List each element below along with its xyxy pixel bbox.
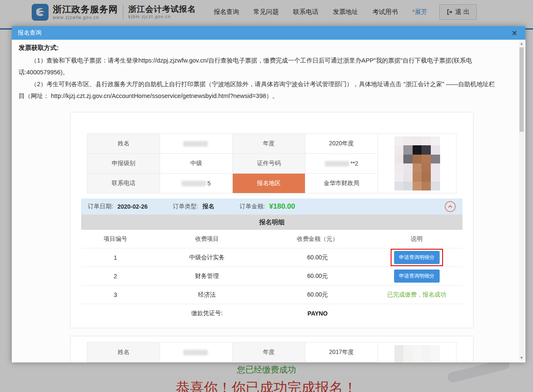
page: 浙江政务服务网 www.zjzwfw.gov.cn 浙江会计考试报名 kjbm.… — [0, 0, 533, 392]
modal-titlebar: 报名查询 × — [12, 26, 525, 40]
id-label: 证件号码 — [233, 154, 305, 174]
order-amount-value: ¥180.00 — [269, 202, 295, 211]
payno-label: 缴款凭证号: — [150, 304, 264, 323]
name-label: 姓名 — [87, 134, 160, 154]
order-amount-label: 订单金额: — [239, 203, 265, 210]
order-type-label: 订单类型: — [173, 203, 199, 210]
year-value: 2020年度 — [305, 134, 378, 154]
row-action: 申请查询明细分 — [371, 267, 462, 286]
col-header-fee-amount: 收费金额（元） — [264, 230, 371, 248]
phone-value: 5 — [160, 174, 233, 193]
invoice-notice-heading: 发票获取方式: — [19, 44, 511, 52]
payno-value: PAYNO — [264, 304, 371, 323]
level-value: 中级 — [160, 154, 233, 174]
name-label: 姓名 — [87, 343, 160, 362]
fee-detail-table: 项目编号 收费项目 收费金额（元） 说明 1 中级会计实务 60.00元 申请查… — [81, 230, 462, 323]
year-value: 2017年度 — [305, 343, 378, 362]
order-date-value: 2020-02-26 — [117, 203, 148, 210]
highlight-red-box: 申请查询明细分 — [391, 249, 443, 266]
row-fee: 60.00元 — [264, 248, 371, 267]
row-no: 3 — [81, 286, 150, 304]
col-header-fee-item: 收费项目 — [150, 230, 264, 248]
order-type-value: 报名 — [202, 203, 214, 210]
registration-query-modal: 报名查询 × 发票获取方式: （1）查验和下载电子票据：请考生登录https:/… — [12, 26, 525, 362]
modal-scrollbar[interactable]: ▲ ▼ — [519, 41, 524, 361]
row-item: 经济法 — [150, 286, 264, 304]
applicant-photo-cell — [378, 134, 457, 193]
year-label: 年度 — [233, 134, 305, 154]
collapse-chevron-icon[interactable] — [445, 201, 456, 212]
row-item: 中级会计实务 — [150, 248, 264, 267]
modal-title: 报名查询 — [18, 29, 41, 37]
scrollbar-down-arrow-icon[interactable]: ▼ — [519, 355, 524, 361]
id-value: **2 — [305, 154, 378, 174]
phone-label: 联系电话 — [87, 174, 160, 193]
applicant-info-table: 姓名 年度 2020年度 申报级别 中级 证件号码 **2 联系电话 5 报名地… — [87, 133, 457, 193]
row-fee: 60.00元 — [264, 286, 371, 304]
order-record-card-2017: 姓名 年度 2017年度 申报级别 初级 证件号码 ***2 — [70, 336, 473, 362]
row-item: 财务管理 — [150, 267, 264, 286]
row-status: 已完成缴费，报名成功 — [371, 286, 462, 304]
region-label: 报名地区 — [233, 174, 305, 193]
region-value: 金华市财政局 — [305, 174, 378, 193]
col-header-remark: 说明 — [371, 230, 462, 248]
detail-section-title: 报名明细 — [81, 215, 462, 230]
invoice-notice-paragraph-1: （1）查验和下载电子票据：请考生登录https://dzpj.zjzwfw.go… — [19, 54, 496, 78]
applicant-photo-cell-2 — [378, 343, 457, 362]
order-date-label: 订单日期: — [88, 203, 113, 210]
applicant-photo — [394, 136, 440, 191]
modal-body: 发票获取方式: （1）查验和下载电子票据：请考生登录https://dzpj.z… — [12, 40, 525, 362]
col-header-item-no: 项目编号 — [81, 230, 150, 248]
row-fee: 60.00元 — [264, 267, 371, 286]
year-label: 年度 — [233, 343, 305, 362]
close-icon[interactable]: × — [509, 29, 519, 37]
apply-query-detail-button-1[interactable]: 申请查询明细分 — [394, 251, 440, 264]
applicant-photo-2 — [394, 345, 440, 362]
level-label: 申报级别 — [87, 154, 160, 174]
row-action: 申请查询明细分 — [371, 248, 462, 267]
applicant-info-table-2: 姓名 年度 2017年度 申报级别 初级 证件号码 ***2 — [87, 342, 457, 362]
name-value — [160, 343, 233, 362]
row-no: 1 — [81, 248, 150, 267]
scrollbar-thumb[interactable] — [519, 47, 524, 132]
order-summary-bar: 订单日期: 2020-02-26 订单类型: 报名 订单金额: ¥180.00 — [81, 199, 462, 215]
row-no: 2 — [81, 267, 150, 286]
invoice-notice-paragraph-2: （2）考生可到各市区、县行政服务大厅的自助机上自行打印票据（宁波地区除外，请具体… — [19, 78, 496, 102]
order-record-card-2020: 姓名 年度 2020年度 申报级别 中级 证件号码 **2 联系电话 5 报名地… — [70, 112, 473, 328]
apply-query-detail-button-2[interactable]: 申请查询明细分 — [394, 270, 440, 283]
scrollbar-up-arrow-icon[interactable]: ▲ — [519, 41, 524, 46]
name-value — [160, 134, 233, 154]
